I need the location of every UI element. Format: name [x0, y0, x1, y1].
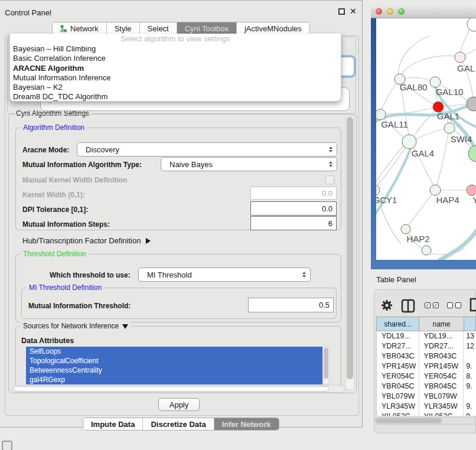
- tab-select[interactable]: Select: [140, 22, 177, 34]
- network-node-hap2[interactable]: [401, 224, 410, 234]
- network-node[interactable]: [468, 145, 476, 162]
- column-header-shared-name[interactable]: shared...: [376, 317, 419, 331]
- minimized-panel-icon[interactable]: [2, 441, 12, 450]
- minimize-traffic-light-icon[interactable]: [387, 8, 393, 15]
- group-title: Algorithm Definition: [21, 123, 87, 132]
- manual-kernel-checkbox[interactable]: [325, 175, 334, 184]
- table-cell: YPR145W: [377, 361, 419, 371]
- network-node-hap4[interactable]: [430, 185, 441, 195]
- network-node-gal11[interactable]: [376, 109, 386, 120]
- tab-discretize-data[interactable]: Discretize Data: [143, 418, 214, 430]
- column-header-name[interactable]: name: [419, 317, 464, 331]
- table-body: YDL19...YDL19...13YDR27...YDR27...12YBR0…: [376, 331, 476, 416]
- settings-scrollbar-thumb[interactable]: [347, 117, 353, 379]
- aracne-mode-combobox[interactable]: Discovery: [77, 142, 337, 156]
- network-window-titlebar[interactable]: [371, 5, 476, 18]
- new-table-icon[interactable]: [470, 298, 476, 312]
- tab-impute-data[interactable]: Impute Data: [83, 418, 143, 430]
- mi-type-combobox[interactable]: Naive Bayes: [161, 157, 337, 171]
- show-columns-icon[interactable]: ✓ ✓: [425, 302, 439, 308]
- mi-steps-field[interactable]: 6: [250, 216, 337, 230]
- hide-columns-icon[interactable]: [447, 302, 461, 308]
- dropdown-item-selected[interactable]: ARACNE Algorithm: [10, 64, 341, 73]
- dpi-tolerance-field[interactable]: 0.0: [250, 201, 337, 216]
- mi-threshold-field[interactable]: 0.5: [248, 298, 334, 312]
- network-tab-icon: [60, 25, 67, 32]
- zoom-traffic-light-icon[interactable]: [398, 8, 405, 15]
- list-scrollbar-thumb[interactable]: [324, 348, 328, 379]
- sources-title: Sources for Network Inference: [23, 322, 119, 330]
- table-row[interactable]: YPR145WYPR145W9.: [377, 361, 476, 371]
- tab-style[interactable]: Style: [107, 22, 140, 34]
- hub-definition-label: Hub/Transcription Factor Definition: [22, 236, 141, 245]
- network-node-gal[interactable]: [455, 52, 465, 63]
- dropdown-item[interactable]: Mutual Information Inference: [10, 73, 341, 83]
- tab-jactivemnodules[interactable]: jActiveMNodules: [237, 22, 309, 34]
- dropdown-item[interactable]: Bayesian – K2: [10, 83, 341, 92]
- tab-label: jActiveMNodules: [244, 24, 302, 33]
- network-node-swi4[interactable]: [444, 123, 455, 133]
- network-node-gal4[interactable]: [402, 135, 416, 149]
- node-label: HAP4: [436, 195, 459, 205]
- table-row[interactable]: YIL052CYIL052C9.: [377, 412, 476, 416]
- table-cell: YER054C: [419, 371, 464, 381]
- table-row[interactable]: YLR345WYLR345W9.: [377, 402, 476, 412]
- horizontal-scrollbar-thumb[interactable]: [14, 386, 329, 392]
- table-cell: YBR043C: [377, 351, 419, 361]
- close-icon[interactable]: ✕: [350, 6, 357, 16]
- close-traffic-light-icon[interactable]: [376, 8, 382, 15]
- table-cell: 9.: [464, 361, 476, 371]
- table-row[interactable]: YER054CYER054C8.: [377, 371, 476, 381]
- dropdown-item[interactable]: Dream8 DC_TDC Algorithm: [10, 92, 341, 102]
- network-canvas[interactable]: GALGAL80GAL10GAL1GAL11SWI4GAL4GCY1HAP4YH…: [376, 18, 476, 260]
- kernel-width-field[interactable]: 0.0: [250, 187, 337, 200]
- which-threshold-label: Which threshold to use:: [50, 271, 131, 279]
- data-attributes-list: SelfLoops TopologicalCoefficient Between…: [26, 347, 322, 384]
- table-cell: YLR345W: [377, 402, 419, 412]
- which-threshold-combobox[interactable]: MI Threshold: [138, 268, 311, 282]
- node-label: GAL11: [381, 119, 408, 129]
- network-node-gal10[interactable]: [430, 77, 441, 87]
- table-row[interactable]: YDL19...YDL19...13: [377, 331, 476, 341]
- tab-network[interactable]: Network: [53, 22, 107, 34]
- settings-gear-icon[interactable]: [381, 299, 393, 311]
- table-cell: 9.: [464, 381, 476, 392]
- expanded-arrow-icon[interactable]: [122, 324, 128, 329]
- list-item[interactable]: gal4RGexp: [26, 375, 322, 384]
- table-row[interactable]: YDR27...YDR27...12: [377, 341, 476, 351]
- mi-threshold-label: Mutual Information Threshold:: [28, 302, 131, 310]
- cyni-bottom-tabs: Impute Data Discretize Data Infer Networ…: [83, 418, 279, 431]
- table-row[interactable]: YBR043CYBR043C: [377, 351, 476, 361]
- network-node[interactable]: [467, 97, 476, 111]
- node-label: GAL80: [400, 82, 428, 92]
- hub-definition-toggle[interactable]: Hub/Transcription Factor Definition: [22, 236, 151, 245]
- table-cell: YBR045C: [377, 381, 419, 392]
- kernel-width-label: Kernel Width (0,1):: [22, 191, 85, 199]
- table-hscrollbar-thumb[interactable]: [376, 418, 442, 423]
- tab-cyni-toolbox[interactable]: Cyni Toolbox: [177, 22, 237, 34]
- control-panel-tabs: Network Style Select Cyni Toolbox jActiv…: [52, 22, 310, 35]
- table-row[interactable]: YBR045CYBR045C9.: [377, 381, 476, 392]
- network-node[interactable]: [467, 18, 476, 31]
- network-node-y[interactable]: [467, 185, 476, 195]
- table-panel-title: Table Panel: [376, 275, 416, 284]
- column-header-partial[interactable]: [464, 317, 476, 331]
- float-window-icon[interactable]: [338, 8, 345, 15]
- network-node[interactable]: [422, 246, 431, 255]
- dropdown-item[interactable]: Basic Correlation Inference: [10, 54, 341, 63]
- apply-button[interactable]: Apply: [158, 398, 200, 411]
- combobox-value: Discovery: [86, 145, 119, 154]
- network-node-gcy1[interactable]: [376, 185, 380, 195]
- table-row[interactable]: YBL079WYBL079W: [377, 392, 476, 402]
- table-cell: 13: [464, 331, 476, 341]
- list-item[interactable]: SelfLoops: [26, 347, 322, 356]
- list-item[interactable]: TopologicalCoefficient: [26, 356, 322, 366]
- combobox-value: MI Threshold: [147, 270, 192, 279]
- columns-panel-icon[interactable]: [401, 299, 415, 313]
- screen: { "control_panel": { "title": "Control P…: [0, 0, 476, 450]
- dropdown-item[interactable]: Bayesian – Hill Climbing: [10, 44, 341, 54]
- list-item[interactable]: BetweennessCentrality: [26, 366, 322, 375]
- table-cell: YIL052C: [377, 412, 419, 416]
- tab-infer-network[interactable]: Infer Network: [214, 418, 279, 430]
- table-cell: YDR27...: [377, 341, 419, 351]
